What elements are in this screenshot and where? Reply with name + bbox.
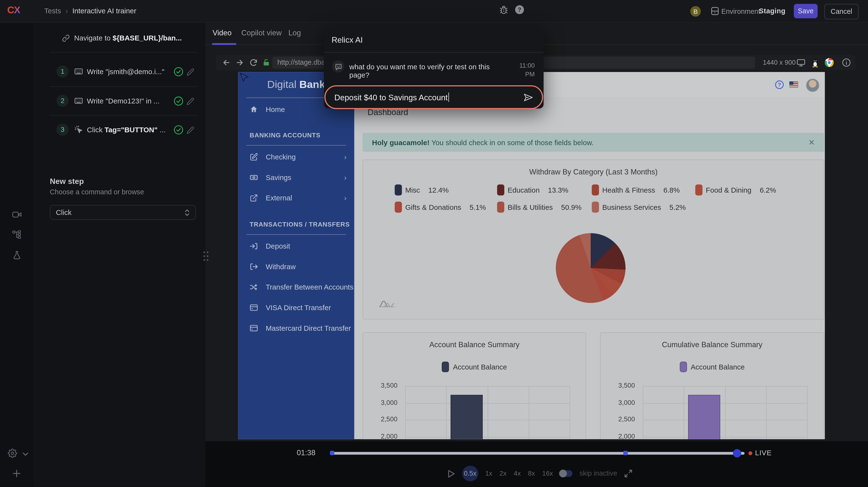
- bank-help-icon[interactable]: ?: [775, 80, 784, 89]
- timeline-event-marker[interactable]: [623, 451, 628, 455]
- edit-step-icon[interactable]: [186, 97, 194, 105]
- step-label: Write "jsmith@demo.i...": [87, 68, 164, 76]
- divider: [324, 52, 544, 53]
- edit-step-icon[interactable]: [186, 68, 194, 76]
- sidebar-item-visa-direct-transfer[interactable]: VISA Direct Transfer: [238, 300, 354, 314]
- divider: [50, 52, 197, 53]
- cx-logo[interactable]: CX: [7, 4, 20, 16]
- speed-1x[interactable]: 1x: [485, 469, 492, 477]
- bar-3230: [688, 395, 720, 439]
- sidebar-item-label: Savings: [266, 173, 291, 181]
- alert-close-icon[interactable]: ✕: [808, 138, 815, 147]
- bank-user-avatar[interactable]: [806, 79, 819, 92]
- refresh-icon[interactable]: [249, 58, 258, 67]
- help-icon[interactable]: ?: [515, 5, 524, 14]
- top-bar: CX Tests › Interactive AI trainer ? B En…: [0, 0, 868, 23]
- breadcrumb-tests[interactable]: Tests: [44, 6, 61, 15]
- sidebar-item-savings[interactable]: Savings ›: [238, 170, 354, 184]
- bar-chart-legend: Account Balance: [363, 362, 586, 372]
- cash-icon: [250, 173, 258, 181]
- chrome-browser-icon: [825, 58, 834, 67]
- pie-legend-item[interactable]: Misc12.4%: [395, 184, 497, 195]
- dialog-title: Relicx AI: [332, 35, 363, 44]
- new-step-subtitle: Choose a command or browse: [50, 188, 144, 196]
- skip-inactive-toggle[interactable]: [560, 470, 572, 477]
- sidebar-item-checking[interactable]: Checking ›: [238, 150, 354, 164]
- save-button[interactable]: Save: [794, 4, 817, 18]
- session-info-button[interactable]: [837, 55, 855, 70]
- speed-2x[interactable]: 2x: [500, 469, 507, 477]
- text-caret: [448, 93, 449, 102]
- tab-copilot-view[interactable]: Copilot view: [242, 29, 282, 37]
- video-viewport[interactable]: Digital Bank Home BANKING ACCOUNTS Check…: [238, 72, 825, 439]
- fullscreen-icon[interactable]: [624, 469, 632, 477]
- info-icon: [842, 58, 851, 67]
- speed-0_5x[interactable]: 0.5x: [462, 466, 478, 481]
- pie-legend-item[interactable]: Health & Fitness6.8%: [592, 184, 695, 195]
- timeline-scrubber[interactable]: [331, 452, 744, 455]
- legend-label: Bills & Utilities: [507, 203, 553, 211]
- playhead-knob[interactable]: [733, 449, 741, 457]
- play-icon[interactable]: [448, 469, 455, 478]
- legend-value: 13.3%: [548, 186, 568, 194]
- video-camera-icon[interactable]: [12, 210, 22, 219]
- home-icon: [250, 105, 258, 113]
- sidebar-item-mastercard-direct-transfer[interactable]: Mastercard Direct Transfer: [238, 321, 354, 335]
- timeline-start-marker[interactable]: [330, 451, 334, 455]
- monitor-icon[interactable]: [797, 58, 806, 67]
- legend-label: Food & Dining: [706, 186, 751, 194]
- flag-canton: [789, 82, 793, 85]
- tab-video[interactable]: Video: [213, 29, 231, 37]
- panel-resize-handle[interactable]: [203, 250, 209, 262]
- account-balance-summary-card: Account Balance Summary Account Balance …: [363, 332, 586, 439]
- shuffle-icon: [250, 283, 258, 291]
- ai-command-input[interactable]: Deposit $40 to Savings Account: [324, 85, 543, 109]
- speed-4x[interactable]: 4x: [514, 469, 521, 477]
- lock-icon: [262, 59, 271, 68]
- user-avatar[interactable]: B: [690, 6, 701, 17]
- live-indicator-dot: [748, 451, 752, 455]
- sidebar-item-label: Withdraw: [266, 262, 296, 270]
- playback-bar: 01:38 LIVE 0.5x 1x 2x 4x 8x 16x skip ina…: [206, 442, 868, 487]
- speed-8x[interactable]: 8x: [528, 469, 535, 477]
- edit-step-icon[interactable]: [186, 126, 194, 134]
- environment-value[interactable]: Staging: [759, 7, 786, 15]
- legend-label: Gifts & Donations: [405, 203, 461, 211]
- gear-icon[interactable]: [8, 449, 17, 458]
- workflow-tree-icon[interactable]: [12, 230, 22, 239]
- assistant-message: what do you want me to verify or test on…: [349, 62, 510, 79]
- step-label: Write "Demo123!" in ...: [87, 97, 160, 105]
- legend-value: 5.1%: [470, 203, 486, 211]
- bot-message-icon: [332, 60, 344, 72]
- us-flag-icon[interactable]: [789, 82, 798, 88]
- environment-icon: [711, 6, 719, 16]
- sidebar-item-external[interactable]: External ›: [238, 190, 354, 205]
- pie-legend-item[interactable]: Education13.3%: [497, 184, 592, 195]
- add-icon[interactable]: [12, 469, 22, 479]
- speed-16x[interactable]: 16x: [542, 469, 553, 477]
- pie-legend-item[interactable]: Bills & Utilities50.9%: [497, 202, 592, 213]
- sidebar-item-withdraw[interactable]: Withdraw: [238, 259, 354, 274]
- sidebar-item-transfer-between-accounts[interactable]: Transfer Between Accounts: [238, 280, 354, 294]
- sidebar-item-label: VISA Direct Transfer: [266, 303, 331, 311]
- command-select[interactable]: Click: [50, 205, 196, 220]
- app-window: CX Tests › Interactive AI trainer ? B En…: [0, 0, 868, 487]
- sidebar-item-label: Home: [266, 105, 285, 113]
- legend-value: 6.2%: [760, 186, 776, 194]
- deposit-icon: [250, 242, 258, 250]
- sidebar-item-deposit[interactable]: Deposit: [238, 239, 354, 253]
- chevron-down-icon[interactable]: [22, 451, 29, 457]
- flask-icon[interactable]: [12, 250, 22, 260]
- pie-legend-item[interactable]: Business Services5.2%: [592, 202, 695, 213]
- forward-icon[interactable]: [235, 58, 244, 67]
- send-icon[interactable]: [523, 92, 533, 102]
- back-icon[interactable]: [222, 58, 231, 67]
- pie-legend-item[interactable]: Gifts & Donations5.1%: [395, 202, 497, 213]
- pie-legend-item[interactable]: Food & Dining6.2%: [695, 184, 776, 195]
- divider: [246, 145, 346, 146]
- bank-sidebar: Digital Bank Home BANKING ACCOUNTS Check…: [238, 72, 354, 439]
- tab-log[interactable]: Log: [288, 29, 301, 37]
- bug-icon[interactable]: [499, 5, 508, 15]
- link-icon: [62, 34, 70, 42]
- cancel-button[interactable]: Cancel: [824, 4, 859, 20]
